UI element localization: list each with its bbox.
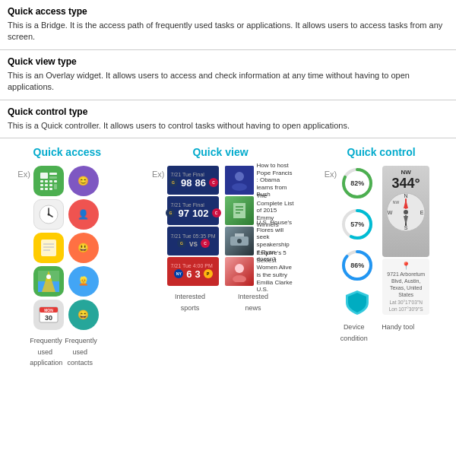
contact-avatar-4: 👱 (68, 266, 99, 297)
svg-rect-2 (49, 176, 57, 179)
svg-rect-4 (45, 180, 48, 182)
svg-text:MON: MON (44, 307, 53, 312)
contact-avatar-3: 😃 (68, 233, 99, 263)
qc-device-label: Devicecondition (337, 321, 372, 343)
news-item-1: How to host Pope Francis : Obama learns … (225, 166, 293, 195)
news-col: How to host Pope Francis : Obama learns … (225, 166, 293, 286)
info-section-2: Quick view type This is an Overlay widge… (0, 50, 456, 100)
svg-rect-11 (40, 188, 43, 190)
contact-avatar-2: 👤 (68, 199, 99, 230)
svg-text:N: N (404, 193, 408, 198)
qc-ex-label: Ex) (325, 170, 337, 179)
type-3-title: Quick control type (8, 106, 448, 117)
svg-rect-3 (40, 180, 43, 182)
svg-point-32 (232, 183, 247, 191)
qc-handy-label: Handy tool (375, 321, 422, 343)
news-thumb-3 (225, 227, 254, 255)
news-thumb-4 (225, 257, 254, 286)
location-widget: 📍 9721 Arboretum Blvd, Austin, Texas, Un… (382, 259, 429, 315)
svg-rect-6 (54, 180, 57, 182)
storage-progress: 86% (340, 248, 375, 283)
svg-text:W: W (388, 210, 393, 215)
wifi-value: 57% (350, 221, 364, 228)
svg-point-17 (47, 213, 49, 215)
calc-app-icon[interactable] (33, 166, 64, 196)
quick-view-header: Quick view (152, 146, 289, 158)
svg-text:30: 30 (45, 314, 52, 322)
qv-ex-label: Ex) (152, 170, 165, 179)
calendar-app-icon[interactable]: MON 30 (33, 300, 64, 330)
shield-widget (344, 289, 371, 316)
qv-news-label: Interestednews (219, 290, 287, 313)
svg-rect-7 (40, 184, 43, 186)
info-section-1: Quick access type This is a Bridge. It i… (0, 0, 456, 50)
contact-avatar-5: 😄 (68, 300, 99, 330)
type-1-desc: This is a Bridge. It is the access path … (8, 20, 448, 43)
score-card-2: 7/21 Tue Final G 97 102 C (167, 196, 219, 225)
svg-rect-8 (45, 184, 48, 186)
battery-value: 82% (350, 179, 364, 187)
svg-text:E: E (420, 210, 424, 215)
svg-text:S: S (404, 225, 408, 230)
type-3-desc: This is a Quick controller. It allows us… (8, 120, 448, 132)
svg-rect-10 (54, 184, 57, 189)
news-text-4: Esquire's 5 Sexiest Women Alive is the s… (256, 249, 293, 294)
svg-rect-0 (40, 173, 48, 179)
qa-label-1: Frequentlyusedapplication (30, 335, 60, 368)
news-item-4: Esquire's 5 Sexiest Women Alive is the s… (225, 257, 293, 286)
qa-label-2: Frequentlyused contacts (65, 335, 95, 368)
type-2-title: Quick view type (8, 56, 448, 67)
maps-app-icon[interactable] (33, 266, 64, 297)
svg-point-25 (46, 274, 51, 279)
svg-point-39 (235, 264, 244, 273)
svg-rect-37 (235, 233, 244, 236)
svg-rect-12 (45, 188, 48, 190)
svg-rect-1 (49, 173, 57, 175)
notes-app-icon[interactable] (33, 233, 64, 263)
qa-ex-label: Ex) (17, 170, 30, 179)
svg-point-40 (233, 275, 246, 282)
quick-control-header: Quick control (325, 146, 439, 158)
svg-rect-13 (49, 188, 52, 190)
svg-point-31 (235, 172, 244, 181)
sports-scores: 7/21 Tue Final G 98 86 C 7/21 Tue Final (167, 166, 219, 286)
device-condition-col: 82% 57% (340, 166, 375, 316)
qv-sports-label: Interestedsports (164, 290, 216, 313)
quick-access-header: Quick access (17, 146, 116, 158)
type-1-title: Quick access type (8, 6, 448, 17)
wifi-progress: 57% (340, 207, 375, 242)
clock-app-icon[interactable] (33, 199, 64, 230)
svg-rect-5 (49, 180, 52, 182)
svg-point-38 (237, 239, 242, 243)
quick-view-column: Quick view Ex) 7/21 Tue Final G 98 86 (152, 146, 289, 313)
score-card-1: 7/21 Tue Final G 98 86 C (167, 166, 219, 195)
quick-control-column: Quick control Ex) 82% (325, 146, 439, 343)
contact-col: 😊 👤 😃 👱 😄 (68, 166, 99, 330)
news-thumb-1 (225, 166, 254, 195)
quick-access-column: Quick access Ex) (17, 146, 116, 368)
score-card-4: 7/21 Tue 4:00 PM NY 6 3 P (167, 257, 219, 286)
svg-rect-18 (41, 240, 56, 256)
compass-widget: NW 344° N S W E (382, 166, 429, 257)
news-thumb-2 (225, 196, 254, 225)
svg-point-56 (404, 210, 408, 214)
storage-value: 86% (350, 262, 364, 269)
contact-avatar-1: 😊 (68, 166, 99, 196)
svg-text:NW: NW (393, 200, 400, 205)
battery-progress: 82% (340, 166, 375, 201)
type-2-desc: This is an Overlay widget. It allows use… (8, 70, 448, 94)
demo-area: Quick access Ex) (0, 138, 456, 376)
handy-tool-col: NW 344° N S W E (382, 166, 429, 316)
svg-rect-9 (49, 184, 52, 186)
score-card-3: 7/21 Tue 05:35 PM G vs C (167, 227, 219, 255)
info-section-3: Quick control type This is a Quick contr… (0, 100, 456, 138)
app-icons-grid: MON 30 (33, 166, 64, 330)
